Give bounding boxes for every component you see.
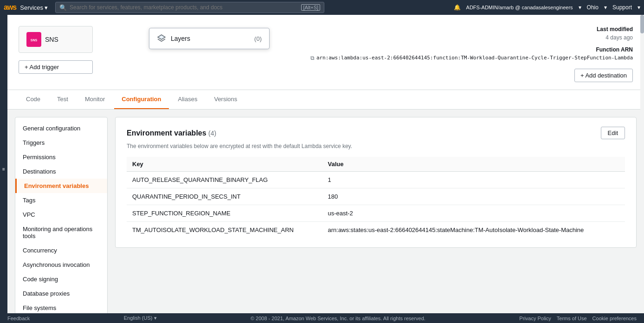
table-row: AUTO_RELEASE_QUARANTINE_BINARY_FLAG 1 [127, 172, 625, 188]
panel-title: Environment variables (4) [127, 129, 216, 137]
tabs-bar: Code Test Monitor Configuration Aliases … [7, 90, 644, 110]
notification-icon[interactable]: 🔔 [454, 4, 461, 11]
value-cell: 180 [322, 188, 625, 205]
function-diagram: SNS SNS + Add trigger Last modified 4 da… [19, 22, 633, 82]
value-cell: arn:aws:states:us-east-2:666402644145:st… [322, 222, 625, 239]
scrollbar-track[interactable] [640, 15, 644, 323]
config-item-permissions[interactable]: Permissions [15, 150, 107, 164]
function-info: Last modified 4 days ago Function ARN ⧉ … [310, 26, 633, 82]
support-chevron-icon: ▾ [638, 4, 640, 11]
page-footer: Feedback English (US) ▾ © 2008 - 2021, A… [0, 313, 644, 323]
config-item-env-vars[interactable]: Environment variables [15, 179, 107, 193]
table-body: AUTO_RELEASE_QUARANTINE_BINARY_FLAG 1 QU… [127, 172, 625, 239]
col-header-value: Value [322, 157, 625, 172]
config-item-destinations[interactable]: Destinations [15, 164, 107, 179]
edit-button[interactable]: Edit [601, 127, 625, 139]
key-cell: TM_AUTOISOLATE_WORKLOAD_STATE_MACHINE_AR… [127, 222, 322, 239]
config-item-database-proxies[interactable]: Database proxies [15, 286, 107, 301]
env-vars-panel: Environment variables (4) Edit The envir… [115, 117, 637, 248]
sns-icon: SNS [26, 32, 41, 47]
config-item-monitoring[interactable]: Monitoring and operations tools [15, 222, 107, 243]
tab-code[interactable]: Code [19, 90, 48, 109]
layers-dropdown[interactable]: Layers (0) [149, 28, 270, 49]
add-trigger-button[interactable]: + Add trigger [19, 60, 93, 74]
layers-label: Layers [171, 35, 190, 42]
sidebar-toggle[interactable]: ≡ [0, 15, 7, 323]
config-sidebar: General configuration Triggers Permissio… [15, 117, 108, 323]
table-row: TM_AUTOISOLATE_WORKLOAD_STATE_MACHINE_AR… [127, 222, 625, 239]
env-vars-table: Key Value AUTO_RELEASE_QUARANTINE_BINARY… [127, 157, 625, 238]
config-item-concurrency[interactable]: Concurrency [15, 243, 107, 258]
services-label: Services [20, 4, 43, 11]
panel-description: The environment variables below are encr… [127, 143, 625, 149]
tab-configuration[interactable]: Configuration [114, 90, 168, 109]
copy-arn-icon[interactable]: ⧉ [310, 55, 315, 61]
search-bar[interactable]: 🔍 [Alt+S] [55, 2, 324, 13]
tab-monitor[interactable]: Monitor [77, 90, 112, 109]
key-cell: AUTO_RELEASE_QUARANTINE_BINARY_FLAG [127, 172, 322, 188]
search-icon: 🔍 [59, 4, 67, 11]
table-row: STEP_FUNCTION_REGION_NAME us-east-2 [127, 205, 625, 222]
scrollbar-thumb[interactable] [640, 15, 644, 33]
config-item-async-invocation[interactable]: Asynchronous invocation [15, 258, 107, 272]
main-content: Layers (0) SNS SNS [7, 15, 644, 323]
key-cell: QUARANTINE_PERIOD_IN_SECS_INT [127, 188, 322, 205]
tab-aliases[interactable]: Aliases [171, 90, 205, 109]
aws-logo[interactable]: aws [4, 3, 16, 12]
col-header-key: Key [127, 157, 322, 172]
layers-icon [157, 34, 166, 43]
config-item-triggers[interactable]: Triggers [15, 136, 107, 150]
cookie-preferences-link[interactable]: Cookie preferences [592, 316, 637, 321]
function-arn-label: Function ARN [596, 46, 633, 53]
user-info[interactable]: ADFS-ADMIN/amarb @ canadasalesengineers [466, 5, 573, 10]
privacy-policy-link[interactable]: Privacy Policy [519, 316, 551, 321]
terms-of-use-link[interactable]: Terms of Use [557, 316, 587, 321]
panel-count: (4) [208, 129, 216, 137]
key-cell: STEP_FUNCTION_REGION_NAME [127, 205, 322, 222]
panel-header: Environment variables (4) Edit [127, 127, 625, 139]
config-item-vpc[interactable]: VPC [15, 207, 107, 222]
table-header: Key Value [127, 157, 625, 172]
navbar: aws Services ▾ 🔍 [Alt+S] 🔔 ADFS-ADMIN/am… [0, 0, 644, 15]
last-modified-label: Last modified [597, 26, 633, 32]
navbar-right: 🔔 ADFS-ADMIN/amarb @ canadasalesengineer… [454, 4, 640, 11]
table-row: QUARANTINE_PERIOD_IN_SECS_INT 180 [127, 188, 625, 205]
search-shortcut: [Alt+S] [301, 4, 320, 11]
tab-test[interactable]: Test [50, 90, 76, 109]
user-chevron-icon: ▾ [579, 4, 581, 11]
config-item-code-signing[interactable]: Code signing [15, 272, 107, 286]
svg-marker-0 [158, 35, 165, 39]
last-modified-value: 4 days ago [605, 34, 633, 41]
footer-links: Privacy Policy Terms of Use Cookie prefe… [519, 316, 637, 321]
sns-label: SNS [45, 36, 58, 43]
sns-trigger-box[interactable]: SNS SNS [19, 26, 93, 53]
support-menu[interactable]: Support [612, 4, 632, 11]
region-chevron-icon: ▾ [604, 4, 607, 11]
panel-title-container: Environment variables (4) [127, 129, 216, 137]
function-arn-value: arn:aws:lambda:us-east-2:666402644145:fu… [316, 55, 633, 61]
layers-count: (0) [254, 35, 262, 42]
services-chevron-icon: ▾ [45, 4, 48, 11]
language-selector[interactable]: English (US) ▾ [124, 315, 157, 321]
feedback-link[interactable]: Feedback [7, 316, 30, 321]
app-layout: ≡ Layers (0) [0, 15, 644, 323]
content-area: General configuration Triggers Permissio… [7, 110, 644, 323]
config-content: Environment variables (4) Edit The envir… [115, 117, 637, 323]
panel-title-text: Environment variables [127, 129, 206, 137]
function-header: Layers (0) SNS SNS [7, 15, 644, 90]
add-destination-button[interactable]: + Add destination [574, 69, 633, 82]
region-selector[interactable]: Ohio [587, 4, 599, 11]
value-cell: 1 [322, 172, 625, 188]
search-input[interactable] [70, 4, 298, 11]
copyright-text: © 2008 - 2021, Amazon Web Services, Inc.… [251, 316, 425, 321]
tab-versions[interactable]: Versions [206, 90, 245, 109]
config-item-general[interactable]: General configuration [15, 121, 107, 136]
config-item-tags[interactable]: Tags [15, 193, 107, 207]
navbar-left: aws Services ▾ [4, 3, 48, 12]
value-cell: us-east-2 [322, 205, 625, 222]
function-arn-container: ⧉ arn:aws:lambda:us-east-2:666402644145:… [310, 55, 633, 61]
svg-text:SNS: SNS [31, 39, 38, 42]
layers-dropdown-item[interactable]: Layers (0) [149, 28, 269, 49]
services-menu-button[interactable]: Services ▾ [20, 4, 48, 11]
